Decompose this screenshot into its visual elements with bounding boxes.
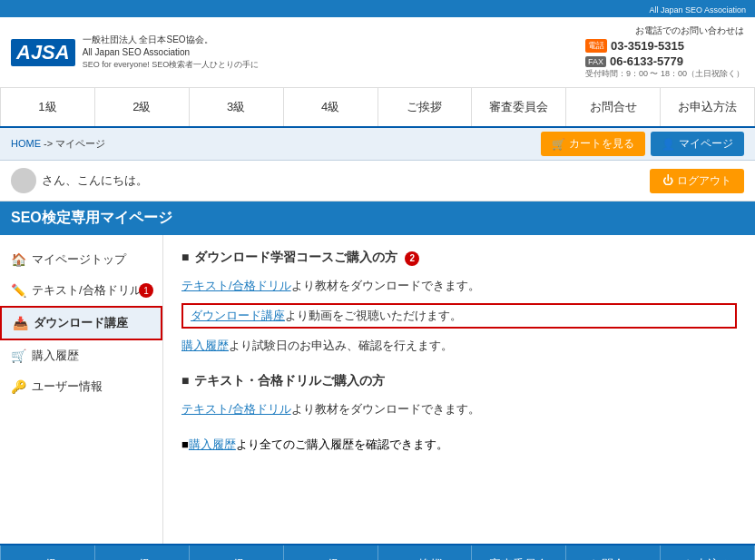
logo-name: 一般社団法人 全日本SEO協会。	[83, 34, 260, 46]
nav-item-3kyu[interactable]: 3級	[190, 88, 284, 126]
sidebar-item-user-info[interactable]: 🔑 ユーザー情報	[0, 371, 162, 402]
header: AJSA 一般社団法人 全日本SEO協会。 All Japan SEO Asso…	[0, 17, 755, 88]
key-icon: 🔑	[11, 379, 26, 394]
nav-item-1kyu[interactable]: 1級	[0, 88, 95, 126]
breadcrumb-arrow: ->	[44, 138, 55, 149]
sidebar-item-textbook[interactable]: ✏️ テキスト/合格ドリル 1	[0, 275, 162, 306]
logout-button[interactable]: ⏻ ログアウト	[650, 169, 744, 193]
textbook-badge: 1	[139, 283, 153, 298]
list-item-purchase-history: 購入履歴より試験日のお申込み、確認を行えます。	[181, 335, 737, 357]
section-textbook-purchase: テキスト・合格ドリルご購入の方 テキスト/合格ドリルより教材をダウンロードできま…	[181, 373, 737, 420]
mypage-label: マイページ	[679, 136, 733, 152]
footer-nav-1kyu[interactable]: 1級	[0, 545, 95, 560]
contact-hours: 受付時間：9：00 〜 18：00（土日祝除く）	[585, 68, 744, 80]
logo-area: AJSA 一般社団法人 全日本SEO協会。 All Japan SEO Asso…	[11, 34, 259, 71]
breadcrumb: HOME -> マイページ	[11, 137, 105, 151]
sidebar-item-download[interactable]: 📥 ダウンロード講座	[0, 306, 162, 340]
download-course-link[interactable]: ダウンロード講座	[191, 309, 285, 322]
content-area: ダウンロード学習コースご購入の方 2 テキスト/合格ドリルより教材をダウンロード…	[163, 235, 755, 544]
section2-list: テキスト/合格ドリルより教材をダウンロードできます。	[181, 398, 737, 420]
sidebar-label-textbook: テキスト/合格ドリル	[32, 282, 142, 299]
list-item-video: ダウンロード講座より動画をご視聴いただけます。	[181, 297, 737, 335]
textbook-download-link[interactable]: テキスト/合格ドリル	[181, 278, 291, 294]
fax-icon: FAX	[585, 56, 606, 67]
logout-label: ログアウト	[677, 173, 731, 189]
nav-item-4kyu[interactable]: 4級	[284, 88, 378, 126]
header-buttons: 🛒 カートを見る 👤 マイページ	[541, 132, 744, 156]
list-item-textbook-dl2: テキスト/合格ドリルより教材をダウンロードできます。	[181, 398, 737, 420]
section1-badge: 2	[405, 251, 419, 266]
sidebar: 🏠 マイページトップ ✏️ テキスト/合格ドリル 1 📥 ダウンロード講座 🛒 …	[0, 235, 163, 544]
footer-nav-4kyu[interactable]: 4級	[284, 545, 378, 560]
section2-title: テキスト・合格ドリルご購入の方	[181, 373, 737, 389]
page-title: SEO検定専用マイページ	[0, 201, 755, 235]
top-banner-text: All Japan SEO Association	[649, 5, 746, 15]
logo-tagline: SEO for everyone! SEO検索者一人ひとりの手に	[83, 59, 260, 71]
footer-nav-contact[interactable]: お問合せ	[566, 545, 661, 560]
person-icon: 👤	[662, 138, 675, 151]
footer-nav-committee[interactable]: 審査委員会	[472, 545, 566, 560]
user-bar: さん、こんにちは。 ⏻ ログアウト	[0, 161, 755, 201]
fax-number: 06-6133-5779	[610, 54, 683, 68]
breadcrumb-current: マイページ	[55, 138, 105, 149]
list-item-textbook-dl: テキスト/合格ドリルより教材をダウンロードできます。	[181, 275, 737, 297]
contact-area: お電話でのお問い合わせは 電話 03-3519-5315 FAX 06-6133…	[585, 25, 744, 80]
logout-icon: ⏻	[662, 174, 673, 187]
nav-item-2kyu[interactable]: 2級	[95, 88, 190, 126]
greeting-text: さん、こんにちは。	[42, 172, 148, 189]
tel-icon: 電話	[585, 39, 607, 53]
download-icon: 📥	[13, 316, 28, 330]
nav-item-contact[interactable]: お問合せ	[566, 88, 661, 126]
section-purchase-all: ■購入履歴より全てのご購入履歴を確認できます。	[181, 437, 737, 453]
mypage-button[interactable]: 👤 マイページ	[651, 132, 744, 156]
sidebar-item-history[interactable]: 🛒 購入履歴	[0, 340, 162, 371]
section-download-course: ダウンロード学習コースご購入の方 2 テキスト/合格ドリルより教材をダウンロード…	[181, 250, 737, 357]
cart-button[interactable]: 🛒 カートを見る	[541, 132, 645, 156]
tel-number: 03-3519-5315	[611, 39, 684, 53]
cart-icon: 🛒	[552, 138, 565, 151]
pencil-icon: ✏️	[11, 283, 26, 298]
avatar	[11, 168, 36, 193]
footer-nav-2kyu[interactable]: 2級	[95, 545, 190, 560]
footer-nav-apply[interactable]: お申込み	[661, 545, 755, 560]
sidebar-label-user-info: ユーザー情報	[32, 378, 103, 395]
cart-sidebar-icon: 🛒	[11, 349, 26, 363]
main-content: 🏠 マイページトップ ✏️ テキスト/合格ドリル 1 📥 ダウンロード講座 🛒 …	[0, 235, 755, 544]
section2-title-text: テキスト・合格ドリルご購入の方	[194, 373, 385, 388]
footer-nav-greeting[interactable]: ご挨拶	[378, 545, 473, 560]
section1-title-text: ダウンロード学習コースご購入の方	[194, 250, 397, 264]
sidebar-label-history: 購入履歴	[32, 348, 79, 364]
footer-nav-3kyu[interactable]: 3級	[190, 545, 284, 560]
nav-item-committee[interactable]: 審査委員会	[472, 88, 566, 126]
breadcrumb-home[interactable]: HOME	[11, 138, 41, 149]
sidebar-item-mypage-top[interactable]: 🏠 マイページトップ	[0, 244, 162, 275]
breadcrumb-bar: HOME -> マイページ 🛒 カートを見る 👤 マイページ	[0, 128, 755, 161]
logo-abbr: AJSA	[11, 39, 75, 66]
textbook-download-link2[interactable]: テキスト/合格ドリル	[181, 401, 291, 418]
logo-name-en: All Japan SEO Association	[83, 46, 260, 59]
section1-list: テキスト/合格ドリルより教材をダウンロードできます。 ダウンロード講座より動画を…	[181, 275, 737, 357]
purchase-history-link1[interactable]: 購入履歴	[181, 338, 229, 354]
nav-item-apply[interactable]: お申込方法	[661, 88, 755, 126]
purchase-all-link[interactable]: 購入履歴	[189, 437, 236, 451]
sidebar-label-mypage-top: マイページトップ	[32, 251, 126, 268]
user-greeting: さん、こんにちは。	[11, 168, 148, 193]
highlight-download-video: ダウンロード講座より動画をご視聴いただけます。	[181, 303, 737, 329]
top-banner: All Japan SEO Association	[0, 0, 755, 17]
footer-nav: 1級 2級 3級 4級 ご挨拶 審査委員会 お問合せ お申込み	[0, 544, 755, 560]
sidebar-label-download: ダウンロード講座	[34, 315, 128, 331]
cart-label: カートを見る	[569, 136, 634, 152]
main-nav: 1級 2級 3級 4級 ご挨拶 審査委員会 お問合せ お申込方法	[0, 88, 755, 128]
section3-text: ■購入履歴より全てのご購入履歴を確認できます。	[181, 437, 737, 453]
section1-title: ダウンロード学習コースご購入の方 2	[181, 250, 737, 266]
home-icon: 🏠	[11, 252, 26, 267]
nav-item-greeting[interactable]: ご挨拶	[378, 88, 473, 126]
